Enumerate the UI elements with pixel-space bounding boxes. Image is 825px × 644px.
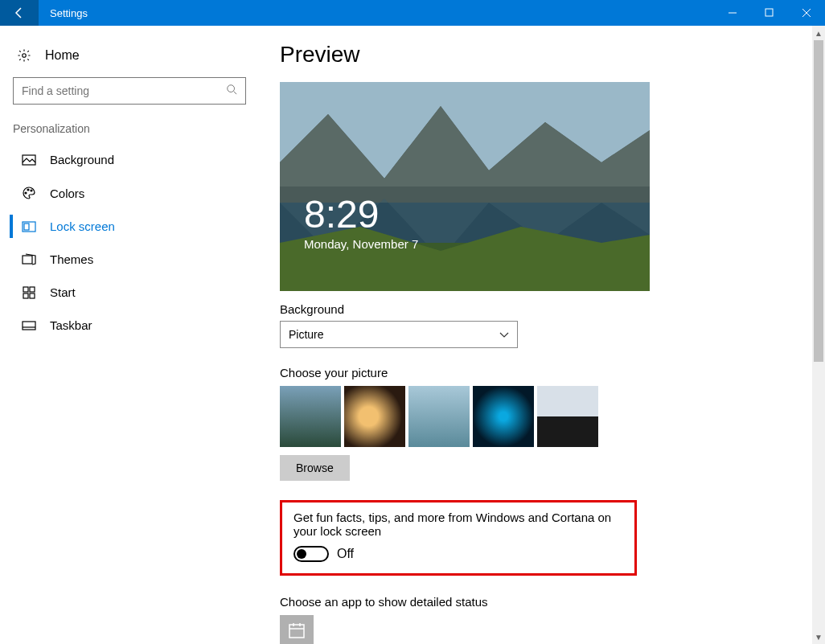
svg-point-10 <box>31 190 32 191</box>
background-dropdown[interactable]: Picture <box>280 321 518 348</box>
svg-point-9 <box>27 189 29 191</box>
page-title: Preview <box>280 42 801 68</box>
search-icon <box>226 84 237 98</box>
sidebar-item-themes[interactable]: Themes <box>10 243 249 276</box>
svg-rect-12 <box>24 224 29 230</box>
svg-line-6 <box>234 92 237 95</box>
taskbar-icon <box>21 321 37 330</box>
svg-point-5 <box>228 85 235 92</box>
fun-facts-section: Get fun facts, tips, and more from Windo… <box>280 500 637 576</box>
sidebar: Home Personalization Background Colors L… <box>0 26 249 644</box>
search-box[interactable] <box>13 77 246 105</box>
home-nav[interactable]: Home <box>10 40 249 71</box>
lock-screen-icon <box>21 221 37 232</box>
main-content: Preview 8:29 Monday, November 7 Backgrou… <box>249 26 825 644</box>
sidebar-item-background[interactable]: Background <box>10 143 249 176</box>
palette-icon <box>21 186 37 200</box>
scrollbar[interactable]: ▲ ▼ <box>812 26 825 644</box>
detailed-status-app-tile[interactable] <box>280 615 314 644</box>
chevron-down-icon <box>499 328 509 341</box>
scroll-down-arrow[interactable]: ▼ <box>812 630 825 644</box>
fun-facts-label: Get fun facts, tips, and more from Windo… <box>293 511 623 538</box>
start-icon <box>21 286 37 299</box>
sidebar-item-colors[interactable]: Colors <box>10 176 249 210</box>
themes-icon <box>21 253 37 266</box>
toggle-state: Off <box>337 547 354 561</box>
sidebar-item-label: Start <box>50 285 76 299</box>
background-label: Background <box>280 302 801 316</box>
picture-thumb[interactable] <box>473 386 534 447</box>
picture-thumbnails <box>280 386 801 447</box>
sidebar-item-label: Taskbar <box>50 318 92 332</box>
scroll-thumb[interactable] <box>814 40 823 362</box>
picture-thumb[interactable] <box>537 386 598 447</box>
home-label: Home <box>45 48 80 63</box>
maximize-button[interactable] <box>751 0 788 26</box>
section-label: Personalization <box>10 105 249 143</box>
svg-rect-15 <box>30 287 35 292</box>
titlebar: Settings <box>0 0 825 26</box>
picture-icon <box>21 154 37 166</box>
svg-rect-27 <box>289 625 304 638</box>
sidebar-item-label: Lock screen <box>50 219 115 233</box>
sidebar-item-taskbar[interactable]: Taskbar <box>10 309 249 342</box>
search-input[interactable] <box>22 84 226 97</box>
browse-button[interactable]: Browse <box>280 455 350 481</box>
dropdown-value: Picture <box>289 328 324 341</box>
sidebar-item-start[interactable]: Start <box>10 276 249 309</box>
svg-rect-16 <box>23 293 28 298</box>
window-title: Settings <box>39 7 88 19</box>
back-button[interactable] <box>0 0 39 26</box>
gear-icon <box>16 48 32 63</box>
svg-rect-17 <box>30 293 35 298</box>
svg-point-4 <box>23 54 27 58</box>
preview-time: 8:29 <box>304 195 418 234</box>
svg-rect-1 <box>765 9 773 16</box>
svg-rect-18 <box>23 322 35 330</box>
picture-thumb[interactable] <box>408 386 470 447</box>
sidebar-item-label: Themes <box>50 252 93 266</box>
svg-rect-14 <box>23 287 28 292</box>
svg-point-8 <box>25 192 27 194</box>
choose-picture-label: Choose your picture <box>280 366 801 379</box>
scroll-up-arrow[interactable]: ▲ <box>812 26 825 40</box>
calendar-icon <box>288 621 306 642</box>
close-button[interactable] <box>788 0 825 26</box>
picture-thumb[interactable] <box>280 386 341 447</box>
svg-rect-13 <box>23 256 32 264</box>
sidebar-item-lock-screen[interactable]: Lock screen <box>10 210 249 243</box>
detailed-status-label: Choose an app to show detailed status <box>280 595 801 609</box>
picture-thumb[interactable] <box>344 386 405 447</box>
sidebar-item-label: Background <box>50 153 114 166</box>
preview-date: Monday, November 7 <box>304 237 418 251</box>
lock-screen-preview: 8:29 Monday, November 7 <box>280 82 650 291</box>
minimize-button[interactable] <box>714 0 751 26</box>
sidebar-item-label: Colors <box>50 187 84 200</box>
fun-facts-toggle[interactable] <box>293 546 329 562</box>
